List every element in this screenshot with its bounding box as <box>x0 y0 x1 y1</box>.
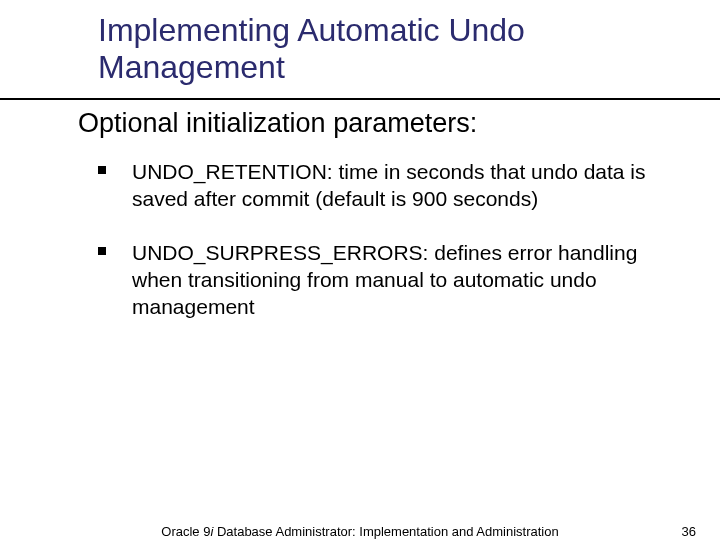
bullet-text: UNDO_RETENTION: time in seconds that und… <box>132 158 670 213</box>
footer-product-prefix: Oracle 9 <box>161 524 210 539</box>
bullet-text: UNDO_SURPRESS_ERRORS: defines error hand… <box>132 239 670 321</box>
slide: Implementing Automatic Undo Management O… <box>0 0 720 540</box>
footer-caption: Oracle 9i Database Administrator: Implem… <box>0 524 720 539</box>
slide-subhead: Optional initialization parameters: <box>78 108 477 139</box>
list-item: UNDO_SURPRESS_ERRORS: defines error hand… <box>98 239 670 321</box>
square-bullet-icon <box>98 166 106 174</box>
title-rule <box>0 98 720 100</box>
list-item: UNDO_RETENTION: time in seconds that und… <box>98 158 670 213</box>
bullet-list: UNDO_RETENTION: time in seconds that und… <box>98 158 670 346</box>
square-bullet-icon <box>98 247 106 255</box>
slide-title: Implementing Automatic Undo Management <box>98 12 660 86</box>
page-number: 36 <box>682 524 696 539</box>
footer-product-suffix: Database Administrator: Implementation a… <box>213 524 558 539</box>
